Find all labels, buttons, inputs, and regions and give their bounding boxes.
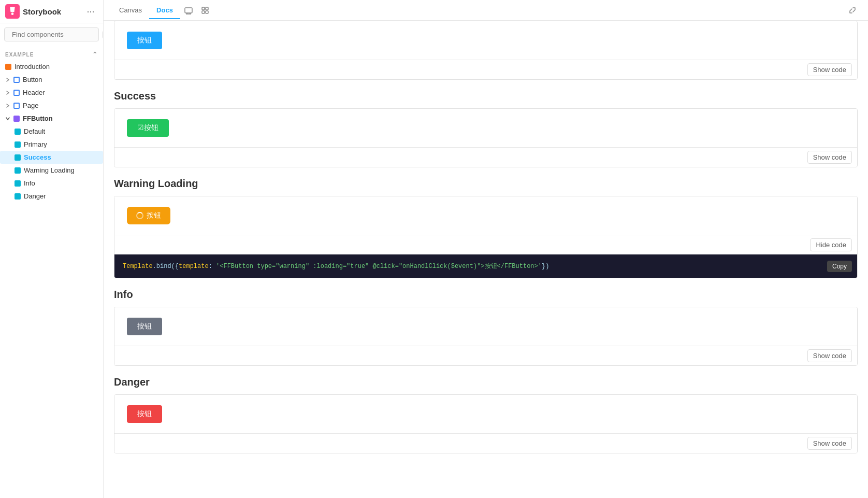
item-icon: [13, 77, 20, 83]
svg-rect-8: [202, 7, 205, 10]
story-title-success: Success: [114, 90, 858, 102]
story-footer-warning-loading: Hide code: [114, 235, 857, 254]
story-preview-info: 按钮: [114, 307, 857, 346]
story-footer-danger: Show code: [114, 433, 857, 453]
brand: Storybook: [5, 4, 61, 19]
story-preview-partial: 按钮: [114, 21, 857, 60]
item-icon: [15, 141, 21, 148]
sidebar: Storybook ··· / EXAMPLE ⌃ Introduction B…: [0, 0, 104, 498]
item-icon: [5, 64, 11, 70]
section-label: EXAMPLE ⌃: [0, 46, 103, 60]
svg-rect-10: [202, 11, 205, 13]
sidebar-item-ffbutton[interactable]: FFButton: [0, 112, 103, 125]
sidebar-item-header[interactable]: Header: [0, 86, 103, 99]
danger-button[interactable]: 按钮: [127, 405, 162, 423]
loading-spinner: [136, 212, 143, 219]
code-text: Template.bind({template: '<FFButton type…: [123, 263, 549, 270]
item-icon: [15, 129, 21, 135]
story-preview-success: ☑按钮: [114, 109, 857, 147]
sidebar-item-danger[interactable]: Danger: [0, 190, 103, 203]
item-icon: [15, 167, 21, 174]
item-icon: [13, 103, 20, 109]
code-block-warning-loading: Template.bind({template: '<FFButton type…: [114, 254, 857, 278]
story-preview-danger: 按钮: [114, 395, 857, 433]
content-area: 按钮 Show code Success ☑按钮 Show code Warni…: [104, 21, 868, 498]
sidebar-header: Storybook ···: [0, 0, 103, 23]
story-footer-info: Show code: [114, 346, 857, 365]
chevron-right-icon: [5, 103, 10, 108]
brand-name: Storybook: [23, 7, 61, 16]
show-code-button-success[interactable]: Show code: [807, 151, 852, 164]
hide-code-button-warning-loading[interactable]: Hide code: [810, 238, 852, 251]
story-section-warning-loading: Warning Loading 按钮 Hide code Template.bi…: [114, 178, 858, 278]
story-footer-success: Show code: [114, 147, 857, 167]
sidebar-item-default[interactable]: Default: [0, 125, 103, 138]
sidebar-item-primary[interactable]: Primary: [0, 138, 103, 151]
sidebar-item-page[interactable]: Page: [0, 99, 103, 112]
topbar-right: [845, 3, 860, 18]
story-frame-warning-loading: 按钮 Hide code Template.bind({template: '<…: [114, 196, 858, 278]
show-code-button-danger[interactable]: Show code: [807, 437, 852, 450]
story-frame-info: 按钮 Show code: [114, 307, 858, 366]
item-icon: [15, 154, 21, 161]
copy-button[interactable]: Copy: [827, 261, 852, 272]
item-icon: [13, 90, 20, 96]
chevron-down-icon: [5, 116, 10, 121]
story-section-success: Success ☑按钮 Show code: [114, 90, 858, 167]
story-section-info: Info 按钮 Show code: [114, 289, 858, 366]
chevron-right-icon: [5, 77, 10, 82]
story-partial: 按钮 Show code: [114, 21, 858, 80]
viewport-icon-button[interactable]: [180, 2, 197, 19]
sidebar-item-success[interactable]: Success: [0, 151, 103, 164]
more-options-button[interactable]: ···: [83, 4, 98, 19]
expand-button[interactable]: [845, 3, 860, 18]
svg-rect-9: [206, 7, 208, 10]
item-icon: [13, 116, 20, 122]
sidebar-item-info[interactable]: Info: [0, 177, 103, 190]
expand-icon: [848, 6, 857, 15]
svg-rect-11: [206, 11, 208, 13]
sidebar-item-button[interactable]: Button: [0, 73, 103, 86]
show-code-button-info[interactable]: Show code: [807, 349, 852, 362]
info-button[interactable]: 按钮: [127, 318, 162, 335]
show-code-button-partial[interactable]: Show code: [807, 63, 852, 76]
svg-rect-4: [185, 8, 192, 13]
chevron-down-icon[interactable]: ⌃: [92, 51, 98, 58]
main-panel: Canvas Docs: [104, 0, 868, 498]
chevron-right-icon: [5, 90, 10, 95]
story-title-info: Info: [114, 289, 858, 301]
search-bar[interactable]: /: [4, 27, 99, 41]
storybook-logo: [5, 4, 20, 19]
topbar: Canvas Docs: [104, 0, 868, 21]
sidebar-item-warning-loading[interactable]: Warning Loading: [0, 164, 103, 177]
sidebar-item-introduction[interactable]: Introduction: [0, 60, 103, 73]
tab-canvas[interactable]: Canvas: [112, 2, 149, 19]
grid-icon-button[interactable]: [197, 2, 213, 19]
tab-docs[interactable]: Docs: [149, 2, 180, 19]
story-preview-warning-loading: 按钮: [114, 196, 857, 235]
item-icon: [15, 180, 21, 187]
story-title-danger: Danger: [114, 376, 858, 388]
item-icon: [15, 193, 21, 200]
viewport-icon: [184, 6, 193, 15]
primary-button[interactable]: 按钮: [127, 32, 162, 49]
story-section-danger: Danger 按钮 Show code: [114, 376, 858, 453]
story-frame-success: ☑按钮 Show code: [114, 108, 858, 167]
success-button[interactable]: ☑按钮: [127, 119, 169, 137]
grid-icon: [201, 6, 209, 15]
story-frame-danger: 按钮 Show code: [114, 394, 858, 453]
svg-point-1: [11, 12, 14, 15]
story-footer-partial: Show code: [114, 60, 857, 79]
story-title-warning-loading: Warning Loading: [114, 178, 858, 190]
warning-loading-button[interactable]: 按钮: [127, 207, 170, 224]
search-input[interactable]: [12, 31, 99, 38]
